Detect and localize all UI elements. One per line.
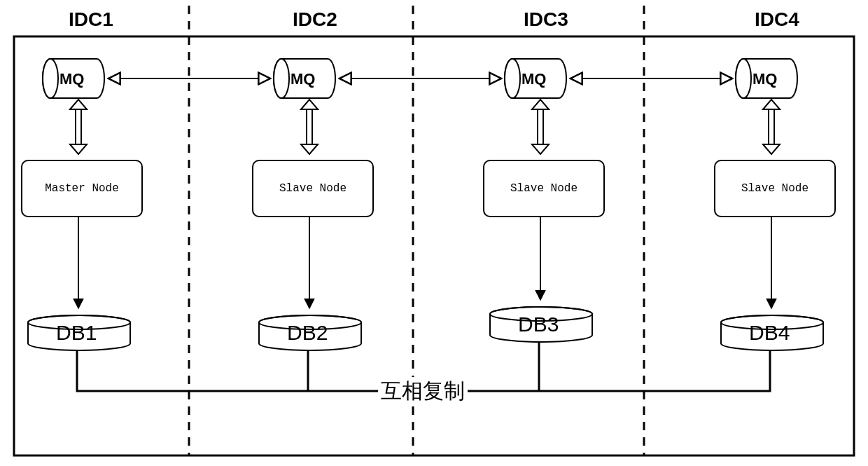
node-label-1: Master Node (45, 182, 119, 195)
node-box-slave-3: Slave Node (483, 160, 605, 217)
idc-title-4: IDC4 (735, 8, 819, 31)
db-label-4: DB4 (749, 321, 790, 345)
node-box-slave-4: Slave Node (714, 160, 836, 217)
mq-node-arrow-3 (532, 100, 549, 154)
diagram-stage: IDC1 IDC2 IDC3 IDC4 MQ MQ MQ MQ Master N… (0, 0, 868, 466)
idc-title-3: IDC3 (504, 8, 588, 31)
mq-node-arrow-2 (301, 100, 318, 154)
db-label-2: DB2 (287, 321, 328, 345)
idc-title-1: IDC1 (49, 8, 133, 31)
node-label-4: Slave Node (741, 182, 808, 195)
replication-label: 互相复制 (378, 377, 468, 406)
mq-node-arrow-1 (70, 100, 87, 154)
node-box-master: Master Node (21, 160, 143, 217)
node-label-2: Slave Node (279, 182, 346, 195)
db-label-1: DB1 (56, 321, 97, 345)
mq-label-1: MQ (59, 70, 84, 88)
mq-label-2: MQ (290, 70, 315, 88)
mq-label-3: MQ (522, 70, 546, 88)
node-box-slave-2: Slave Node (252, 160, 374, 217)
mq-label-4: MQ (752, 70, 777, 88)
idc-title-2: IDC2 (273, 8, 357, 31)
mq-node-arrow-4 (763, 100, 780, 154)
db-label-3: DB3 (518, 313, 559, 336)
node-label-3: Slave Node (510, 182, 578, 195)
